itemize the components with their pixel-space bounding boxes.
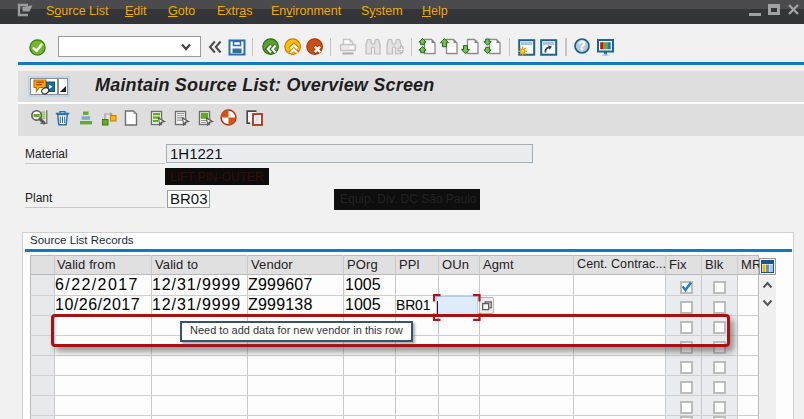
svg-text:?: ? [578, 39, 585, 53]
